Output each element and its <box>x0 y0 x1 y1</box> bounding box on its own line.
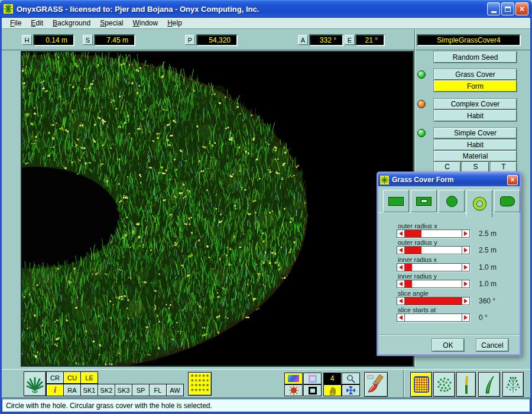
mode-button-le[interactable]: LE <box>80 371 98 384</box>
tab-ring[interactable] <box>466 190 492 217</box>
zoom-tool-button[interactable] <box>342 373 360 384</box>
info-button[interactable]: i <box>46 384 64 396</box>
height-field-label: H <box>22 35 32 45</box>
info-icon: i <box>54 385 56 395</box>
mode-button-aw[interactable]: AW <box>166 384 184 396</box>
menu-file[interactable]: File <box>5 18 26 28</box>
ok-button[interactable]: OK <box>432 339 464 351</box>
increment-arrow[interactable] <box>462 264 469 271</box>
polygons-field-label: P <box>185 35 195 45</box>
flower-field-icon: ***** ***** ***** ***** <box>190 374 209 393</box>
cover-grid-button[interactable] <box>410 372 432 397</box>
slider-track[interactable] <box>405 230 462 237</box>
slider-track[interactable] <box>405 264 462 271</box>
increment-arrow[interactable] <box>462 230 469 237</box>
decrement-arrow[interactable] <box>397 230 405 237</box>
mode-button-ra[interactable]: RA <box>63 384 81 396</box>
paint-tool-button[interactable] <box>364 372 388 397</box>
slice-angle-value: 360 ° <box>479 297 495 305</box>
palm-icon <box>26 374 44 393</box>
decrement-arrow[interactable] <box>397 297 405 305</box>
tab-rounded-rectangle[interactable] <box>494 190 520 212</box>
height-value-field[interactable]: 0.14 m <box>33 34 74 46</box>
decrement-arrow[interactable] <box>397 280 405 287</box>
tab-rectangle-with-hole[interactable] <box>411 190 437 212</box>
menu-window[interactable]: Window <box>128 18 163 28</box>
grass-cover-form-button[interactable]: Form <box>434 80 517 92</box>
grass-cover-header-button[interactable]: Grass Cover <box>434 69 517 80</box>
tab-ellipse[interactable] <box>439 190 465 212</box>
complex-cover-habit-button[interactable]: Habit <box>434 110 517 121</box>
title-bar[interactable]: OnyxGRASS - licensed to: Pjer and Bojana… <box>0 0 532 18</box>
increment-arrow[interactable] <box>462 297 469 305</box>
menu-background[interactable]: Background <box>48 18 95 28</box>
black-frame-button[interactable] <box>303 384 322 396</box>
dialog-title-bar[interactable]: Grass Cover Form × <box>378 173 520 186</box>
outer-radius-x-slider[interactable] <box>397 229 470 238</box>
slider-track[interactable] <box>405 247 462 254</box>
material-button[interactable]: Material <box>434 151 517 161</box>
menu-special[interactable]: Special <box>95 18 128 28</box>
maximize-button[interactable] <box>501 2 514 15</box>
increment-arrow[interactable] <box>462 247 469 254</box>
outer-radius-y-slider[interactable] <box>397 246 470 254</box>
plant-structure-button[interactable] <box>502 372 524 397</box>
mode-button-fl[interactable]: FL <box>149 384 167 396</box>
sun-light-button[interactable] <box>284 384 303 396</box>
mode-button-sk2[interactable]: SK2 <box>98 384 115 396</box>
increment-arrow[interactable] <box>462 280 469 287</box>
gradient-background-button[interactable] <box>284 373 303 384</box>
blade-editor-button[interactable] <box>478 372 500 397</box>
decrement-arrow[interactable] <box>397 314 405 321</box>
complex-cover-header-button[interactable]: Complex Cover <box>434 99 517 109</box>
render-viewport[interactable] <box>21 51 414 367</box>
polygons-value-field[interactable]: 54,320 <box>196 34 238 46</box>
mode-button-sk1[interactable]: SK1 <box>80 384 98 396</box>
stalk-editor-button[interactable] <box>456 372 476 397</box>
decrement-arrow[interactable] <box>397 264 405 271</box>
slider-track[interactable] <box>405 280 462 287</box>
dialog-close-button[interactable]: × <box>507 175 518 185</box>
frame-color-button[interactable] <box>303 373 322 384</box>
menu-edit[interactable]: Edit <box>26 18 48 28</box>
cancel-button[interactable]: Cancel <box>476 339 508 351</box>
decrement-arrow[interactable] <box>397 247 405 254</box>
outer-radius-x-value: 2.5 m <box>479 229 497 238</box>
size-value-field[interactable]: 7.45 m <box>94 34 135 46</box>
dialog-icon <box>380 176 389 185</box>
mode-button-sk3[interactable]: SK3 <box>115 384 132 396</box>
brush-icon <box>366 374 385 394</box>
tab-rectangle[interactable] <box>383 190 409 212</box>
mode-button-cr[interactable]: CR <box>46 371 64 384</box>
dialog-title: Grass Cover Form <box>392 176 507 184</box>
minimize-button[interactable] <box>487 2 500 15</box>
pan-tool-button[interactable] <box>323 384 342 396</box>
inner-radius-x-slider[interactable] <box>397 263 470 271</box>
mode-button-cu[interactable]: CU <box>63 371 81 384</box>
menu-help[interactable]: Help <box>163 18 187 28</box>
mode-button-sp[interactable]: SP <box>132 384 150 396</box>
fit-view-button[interactable] <box>342 384 360 396</box>
simple-cover-header-button[interactable]: Simple Cover <box>434 128 517 138</box>
elevation-value-field[interactable]: 21 ° <box>355 34 385 46</box>
increment-arrow[interactable] <box>462 314 469 321</box>
cover-scatter-button[interactable] <box>433 372 455 397</box>
azimuth-value-field[interactable]: 332 ° <box>309 34 343 46</box>
inner-radius-y-label: inner radius y <box>398 273 437 280</box>
slider-track[interactable] <box>405 314 462 321</box>
slice-starts-at-slider[interactable] <box>397 313 470 322</box>
rounded-rect-shape-icon <box>500 196 515 206</box>
zoom-level-field[interactable]: 4 <box>323 373 341 384</box>
close-button[interactable]: × <box>515 2 528 15</box>
slice-angle-slider[interactable] <box>397 297 470 305</box>
simple-cover-habit-button[interactable]: Habit <box>434 140 517 150</box>
plant-library-button[interactable] <box>24 371 46 396</box>
slider-track[interactable] <box>405 297 462 305</box>
inner-radius-y-slider[interactable] <box>397 280 470 288</box>
inner-radius-y-value: 1.0 m <box>479 280 497 288</box>
cover-name-field[interactable]: SimpleGrassCover4 <box>417 34 521 46</box>
random-seed-button[interactable]: Random Seed <box>434 51 517 63</box>
grass-render-canvas[interactable] <box>22 52 413 366</box>
azimuth-field-label: A <box>298 35 308 45</box>
flower-field-button[interactable]: ***** ***** ***** ***** <box>188 372 212 396</box>
